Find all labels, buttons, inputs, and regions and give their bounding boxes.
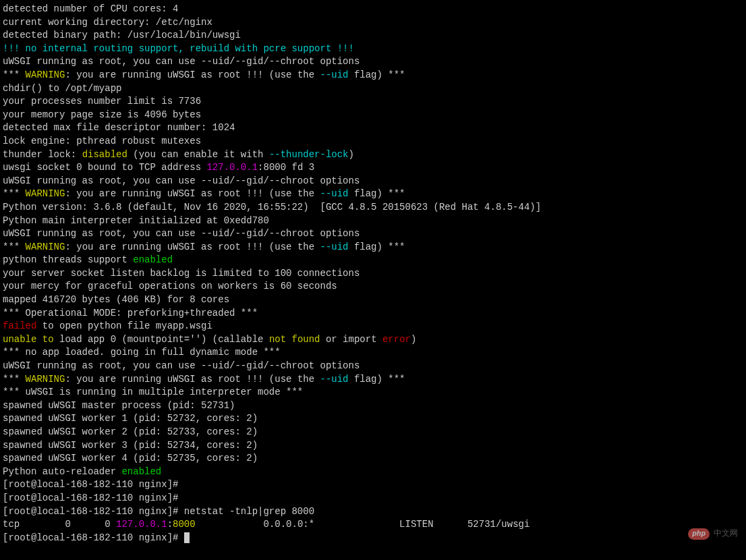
terminal-text: spawned uWSGI worker 4 (pid: 52735, core…	[3, 453, 258, 464]
terminal-line: spawned uWSGI worker 4 (pid: 52735, core…	[3, 452, 743, 466]
terminal-text: spawned uWSGI worker 1 (pid: 52732, core…	[3, 413, 258, 424]
terminal-text: Python main interpreter initialized at 0…	[3, 215, 269, 226]
terminal-text: ***	[3, 188, 26, 199]
terminal-text: --uid	[320, 374, 348, 385]
terminal-text: detected binary path: /usr/local/bin/uws…	[3, 30, 241, 40]
terminal-text: *** uWSGI is running in multiple interpr…	[3, 387, 303, 397]
terminal-line: your processes number limit is 7736	[3, 95, 743, 109]
terminal-line: *** WARNING: you are running uWSGI as ro…	[3, 241, 743, 254]
terminal-text: your server socket listen backlog is lim…	[3, 268, 360, 279]
terminal-line: uWSGI running as root, you can use --uid…	[3, 360, 743, 373]
terminal-text: your memory page size is 4096 bytes	[3, 109, 201, 120]
terminal-line: current working directory: /etc/nginx	[3, 16, 743, 30]
terminal-text: : you are running uWSGI as root !!! (use…	[65, 188, 320, 199]
terminal-text: : you are running uWSGI as root !!! (use…	[65, 242, 320, 252]
terminal-text: !!! no internal routing support, rebuild…	[3, 43, 354, 54]
terminal-line: python threads support enabled	[3, 254, 743, 267]
terminal-text: uwsgi socket 0 bound to TCP address	[3, 162, 206, 173]
terminal-line: [root@local-168-182-110 nginx]#	[3, 478, 743, 492]
terminal-line: detected number of CPU cores: 4	[3, 3, 743, 16]
terminal-text: mapped 416720 bytes (406 KB) for 8 cores	[3, 294, 229, 305]
terminal-text: (you can enable it with	[127, 149, 269, 160]
terminal-text: thunder lock:	[3, 149, 82, 160]
terminal-line: your server socket listen backlog is lim…	[3, 267, 743, 281]
terminal-text: to open python file myapp.wsgi	[36, 320, 212, 331]
terminal-text: : you are running uWSGI as root !!! (use…	[65, 374, 320, 385]
terminal-text: 8000	[173, 519, 196, 530]
terminal-text: not found	[269, 334, 320, 345]
terminal-text: flag) ***	[349, 374, 405, 385]
terminal-line: spawned uWSGI worker 1 (pid: 52732, core…	[3, 412, 743, 426]
watermark-badge: php	[688, 528, 710, 540]
terminal-line: [root@local-168-182-110 nginx]#	[3, 492, 743, 505]
terminal-text: current working directory: /etc/nginx	[3, 17, 212, 28]
terminal-text: spawned uWSGI worker 3 (pid: 52734, core…	[3, 440, 258, 451]
terminal-line: failed to open python file myapp.wsgi	[3, 320, 743, 333]
terminal-text: :	[167, 519, 173, 530]
terminal-line: lock engine: pthread robust mutexes	[3, 135, 743, 148]
terminal-output[interactable]: detected number of CPU cores: 4current w…	[3, 3, 743, 544]
terminal-line: Python main interpreter initialized at 0…	[3, 215, 743, 228]
terminal-line: mapped 416720 bytes (406 KB) for 8 cores	[3, 293, 743, 307]
terminal-text: ***	[3, 242, 26, 252]
terminal-line: uwsgi socket 0 bound to TCP address 127.…	[3, 161, 743, 175]
watermark: php 中文网	[688, 528, 738, 540]
terminal-text: error	[382, 334, 411, 345]
terminal-text: disabled	[82, 149, 127, 160]
terminal-text: [root@local-168-182-110 nginx]#	[3, 479, 184, 490]
terminal-text: WARNING	[26, 188, 65, 199]
terminal-text: detected max file descriptor number: 102…	[3, 122, 235, 133]
terminal-text: python threads support	[3, 254, 133, 265]
terminal-text: [root@local-168-182-110 nginx]#	[3, 493, 184, 503]
terminal-text: 0.0.0.0:* LISTEN 52731/uwsgi	[196, 519, 541, 530]
terminal-text: failed	[3, 320, 36, 331]
terminal-text: --uid	[320, 188, 348, 199]
terminal-text: *** no app loaded. going in full dynamic…	[3, 347, 281, 358]
terminal-line: *** no app loaded. going in full dynamic…	[3, 346, 743, 360]
terminal-text: uWSGI running as root, you can use --uid…	[3, 56, 360, 67]
terminal-line: thunder lock: disabled (you can enable i…	[3, 148, 743, 162]
terminal-text: :8000 fd 3	[258, 162, 314, 173]
terminal-line: !!! no internal routing support, rebuild…	[3, 43, 743, 56]
terminal-text: Python auto-reloader	[3, 466, 121, 477]
terminal-text: WARNING	[26, 242, 65, 252]
terminal-text: your processes number limit is 7736	[3, 96, 201, 107]
terminal-line: *** uWSGI is running in multiple interpr…	[3, 386, 743, 399]
terminal-text: unable to	[3, 334, 54, 345]
terminal-text: lock engine: pthread robust mutexes	[3, 136, 201, 146]
terminal-text: uWSGI running as root, you can use --uid…	[3, 360, 360, 371]
watermark-text: 中文网	[714, 528, 738, 540]
terminal-line: spawned uWSGI master process (pid: 52731…	[3, 399, 743, 413]
terminal-text: enabled	[121, 466, 161, 477]
terminal-text: --uid	[320, 69, 348, 80]
terminal-line: [root@local-168-182-110 nginx]#	[3, 532, 743, 545]
terminal-text: chdir() to /opt/myapp	[3, 83, 121, 94]
terminal-text: uWSGI running as root, you can use --uid…	[3, 175, 360, 186]
terminal-line: your memory page size is 4096 bytes	[3, 109, 743, 122]
terminal-text: uWSGI running as root, you can use --uid…	[3, 228, 360, 239]
terminal-line: *** Operational MODE: preforking+threade…	[3, 307, 743, 320]
terminal-text: detected number of CPU cores: 4	[3, 3, 178, 14]
terminal-line: *** WARNING: you are running uWSGI as ro…	[3, 69, 743, 82]
terminal-text: flag) ***	[349, 188, 405, 199]
terminal-text: spawned uWSGI master process (pid: 52731…	[3, 400, 235, 411]
terminal-text: tcp 0 0	[3, 519, 116, 530]
terminal-text: flag) ***	[349, 242, 405, 252]
terminal-text: [root@local-168-182-110 nginx]# netstat …	[3, 506, 314, 517]
terminal-line: tcp 0 0 127.0.0.1:8000 0.0.0.0:* LISTEN …	[3, 518, 743, 532]
terminal-line: unable to load app 0 (mountpoint='') (ca…	[3, 333, 743, 347]
terminal-text: ***	[3, 374, 26, 385]
terminal-text: WARNING	[26, 374, 65, 385]
terminal-line: spawned uWSGI worker 3 (pid: 52734, core…	[3, 439, 743, 453]
terminal-text: *** Operational MODE: preforking+threade…	[3, 308, 258, 318]
terminal-text: load app 0 (mountpoint='') (callable	[54, 334, 269, 345]
terminal-text: ***	[3, 69, 26, 80]
terminal-text: your mercy for graceful operations on wo…	[3, 281, 337, 291]
terminal-text: 127.0.0.1	[116, 519, 167, 530]
terminal-text: )	[349, 149, 354, 160]
terminal-line: your mercy for graceful operations on wo…	[3, 280, 743, 293]
terminal-text: 127.0.0.1	[206, 162, 258, 173]
terminal-line: uWSGI running as root, you can use --uid…	[3, 55, 743, 69]
terminal-line: chdir() to /opt/myapp	[3, 82, 743, 96]
terminal-text: )	[411, 334, 416, 345]
